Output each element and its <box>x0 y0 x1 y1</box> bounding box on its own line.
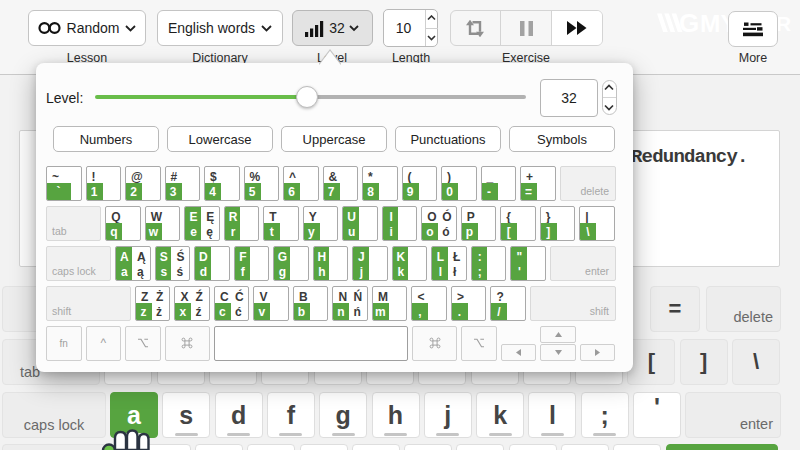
svg-text:R: R <box>776 12 791 35</box>
svg-text:G: G <box>679 8 699 38</box>
